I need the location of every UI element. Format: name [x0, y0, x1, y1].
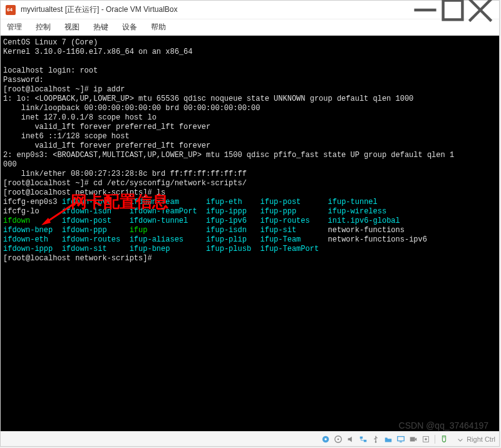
audio-icon[interactable] [346, 434, 356, 444]
svg-point-7 [324, 438, 327, 440]
usb-icon[interactable] [371, 434, 381, 444]
menu-manage[interactable]: 管理 [7, 22, 22, 33]
window-title: myvirtualtest [正在运行] - Oracle VM Virtual… [21, 4, 411, 15]
host-key-indicator[interactable]: Right Ctrl [457, 435, 495, 443]
guest-terminal[interactable]: CentOS Linux 7 (Core) Kernel 3.10.0-1160… [1, 36, 499, 431]
menubar: 管理 控制 视图 热键 设备 帮助 [1, 19, 499, 36]
svg-rect-10 [360, 436, 363, 439]
minimize-button[interactable] [411, 1, 439, 19]
menu-hotkeys[interactable]: 热键 [93, 22, 108, 33]
svg-rect-15 [410, 437, 415, 441]
optical-drive-icon[interactable] [333, 434, 343, 444]
recording-icon[interactable] [408, 434, 418, 444]
titlebar[interactable]: myvirtualtest [正在运行] - Oracle VM Virtual… [1, 1, 499, 19]
statusbar-separator [435, 435, 435, 444]
svg-point-17 [425, 438, 427, 440]
close-button[interactable] [467, 1, 494, 19]
display-icon[interactable] [396, 434, 406, 444]
svg-point-9 [338, 438, 339, 440]
maximize-button[interactable] [439, 1, 467, 19]
menu-help[interactable]: 帮助 [151, 22, 166, 33]
statusbar: Right Ctrl [1, 431, 499, 446]
menu-control[interactable]: 控制 [36, 22, 51, 33]
vm-window: myvirtualtest [正在运行] - Oracle VM Virtual… [0, 0, 500, 447]
window-controls [411, 1, 494, 19]
virtualbox-icon [6, 5, 16, 15]
menu-view[interactable]: 视图 [65, 22, 80, 33]
guest-additions-icon[interactable] [421, 434, 431, 444]
menu-devices[interactable]: 设备 [122, 22, 137, 33]
hard-disk-icon[interactable] [321, 434, 331, 444]
svg-rect-1 [443, 0, 463, 19]
svg-point-12 [375, 441, 377, 443]
mouse-integration-icon[interactable] [439, 434, 449, 444]
svg-rect-13 [398, 436, 405, 440]
network-icon[interactable] [358, 434, 368, 444]
shared-folder-icon[interactable] [383, 434, 393, 444]
